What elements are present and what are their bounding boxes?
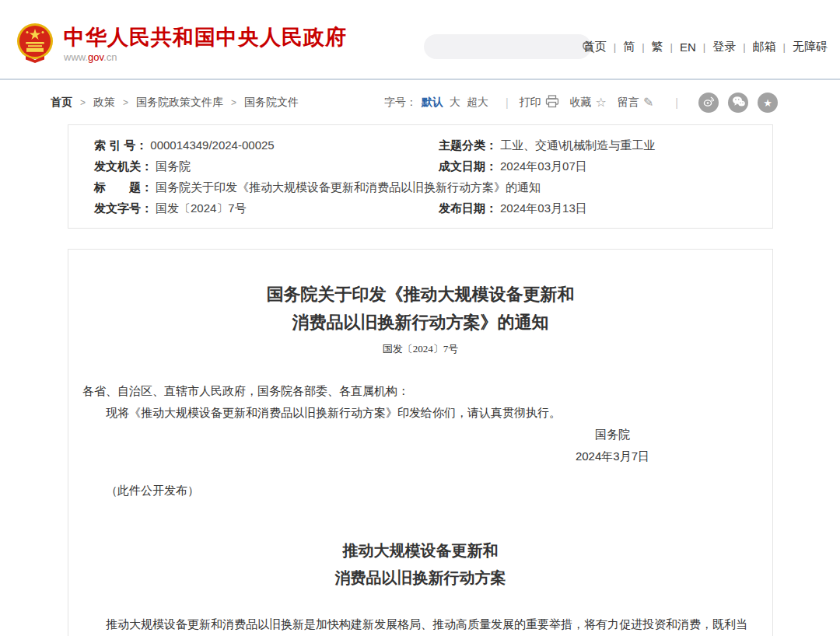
top-nav: 首页 | 简 | 繁 | EN | 登录 | 邮箱 | 无障碍	[583, 40, 828, 54]
document-title: 国务院关于印发《推动大规模设备更新和 消费品以旧换新行动方案》的通知	[68, 281, 772, 337]
tools-separator: |	[506, 96, 509, 109]
nav-link-mail[interactable]: 邮箱	[753, 40, 776, 54]
page-tools: 字号： 默认 大 超大 | 打印 收藏 ☆ 留言 ✎ |	[384, 93, 778, 113]
breadcrumb: 首页 > 政策 > 国务院政策文件库 > 国务院文件	[51, 96, 299, 110]
meta-topic-label: 主题分类：	[439, 135, 497, 156]
meta-index-value: 000014349/2024-00025	[150, 135, 274, 156]
signer: 国务院	[576, 424, 649, 446]
nav-link-login[interactable]: 登录	[712, 40, 736, 54]
star-icon: ☆	[596, 96, 607, 109]
meta-row: 发文字号： 国发〔2024〕7号 发布日期： 2024年03月13日	[68, 197, 772, 218]
national-emblem-icon	[16, 22, 54, 67]
font-size-large[interactable]: 大	[450, 96, 460, 110]
breadcrumb-policy[interactable]: 政策	[93, 96, 115, 110]
search-input[interactable]	[424, 40, 582, 53]
font-size-xlarge[interactable]: 超大	[467, 96, 488, 110]
nav-separator: |	[783, 41, 786, 53]
breadcrumb-state-council-docs[interactable]: 国务院文件	[244, 96, 299, 110]
toolbar-row: 首页 > 政策 > 国务院政策文件库 > 国务院文件 字号： 默认 大 超大 |…	[51, 92, 778, 114]
breadcrumb-home[interactable]: 首页	[51, 96, 72, 110]
star-badge-icon: ★	[763, 98, 772, 108]
breadcrumb-separator: >	[123, 97, 128, 108]
comment-label: 留言	[618, 96, 639, 110]
document-metadata-box: 索 引 号： 000014349/2024-00025 主题分类： 工业、交通\…	[68, 124, 773, 229]
share-weibo-button[interactable]	[698, 93, 719, 113]
nav-link-traditional[interactable]: 繁	[652, 40, 663, 54]
comment-button[interactable]: 留言 ✎	[618, 96, 653, 110]
site-url-suffix: .cn	[103, 51, 117, 63]
plan-title-line1: 推动大规模设备更新和	[82, 537, 758, 564]
meta-row: 发文机关： 国务院 成文日期： 2024年03月07日	[68, 156, 772, 176]
meta-row: 索 引 号： 000014349/2024-00025 主题分类： 工业、交通\…	[68, 135, 772, 156]
meta-doc-no-label: 发文字号：	[94, 197, 152, 218]
printer-icon	[541, 95, 559, 110]
wechat-icon	[732, 96, 745, 110]
document-content-box: 国务院关于印发《推动大规模设备更新和 消费品以旧换新行动方案》的通知 国发〔20…	[68, 249, 773, 636]
nav-link-english[interactable]: EN	[680, 40, 696, 54]
meta-doc-no-value: 国发〔2024〕7号	[156, 197, 247, 218]
nav-separator: |	[703, 41, 705, 53]
meta-topic-value: 工业、交通\机械制造与重工业	[500, 135, 655, 156]
print-label: 打印	[520, 96, 541, 110]
weibo-icon	[702, 95, 716, 110]
document-title-line2: 消费品以旧换新行动方案》的通知	[68, 309, 772, 337]
share-buttons: ★	[689, 93, 778, 113]
document-body: 各省、自治区、直辖市人民政府，国务院各部委、各直属机构： 现将《推动大规模设备更…	[68, 380, 772, 636]
meta-date-made-label: 成文日期：	[439, 156, 497, 176]
nav-separator: |	[614, 41, 616, 53]
site-title: 中华人民共和国中央人民政府	[64, 26, 347, 49]
breadcrumb-separator: >	[231, 97, 236, 108]
sign-date: 2024年3月7日	[576, 446, 649, 467]
meta-pub-date-label: 发布日期：	[439, 197, 497, 218]
paragraph-forward: 现将《推动大规模设备更新和消费品以旧换新行动方案》印发给你们，请认真贯彻执行。	[82, 402, 758, 424]
nav-separator: |	[670, 41, 673, 53]
site-url: www.gov.cn	[64, 51, 347, 63]
nav-separator: |	[642, 41, 644, 53]
meta-title-label: 标 题：	[94, 176, 152, 197]
meta-index-label: 索 引 号：	[94, 135, 147, 156]
font-size-label: 字号：	[384, 96, 417, 110]
paragraph-intro: 推动大规模设备更新和消费品以旧换新是加快构建新发展格局、推动高质量发展的重要举措…	[82, 612, 758, 636]
meta-org-label: 发文机关：	[94, 156, 152, 176]
plan-title: 推动大规模设备更新和 消费品以旧换新行动方案	[82, 537, 758, 592]
meta-title-value: 国务院关于印发《推动大规模设备更新和消费品以旧换新行动方案》的通知	[156, 176, 541, 197]
meta-row: 标 题： 国务院关于印发《推动大规模设备更新和消费品以旧换新行动方案》的通知	[68, 176, 772, 197]
share-wechat-button[interactable]	[728, 93, 748, 113]
site-header: 中华人民共和国中央人民政府 www.gov.cn 首页 | 简 | 繁 | EN…	[0, 0, 840, 79]
print-button[interactable]: 打印	[520, 95, 559, 110]
share-favorite-button[interactable]: ★	[758, 93, 778, 113]
nav-separator: |	[743, 41, 745, 53]
nav-link-home[interactable]: 首页	[583, 40, 607, 54]
meta-date-made-value: 2024年03月07日	[500, 156, 587, 176]
signature-block: 国务院 2024年3月7日	[576, 424, 649, 467]
meta-org-value: 国务院	[156, 156, 191, 176]
public-release-note: （此件公开发布）	[82, 480, 758, 501]
pencil-icon: ✎	[643, 96, 653, 109]
plan-title-line2: 消费品以旧换新行动方案	[82, 564, 758, 592]
font-size-default[interactable]: 默认	[422, 96, 443, 110]
favorite-button[interactable]: 收藏 ☆	[570, 96, 607, 110]
nav-link-simplified[interactable]: 简	[623, 40, 635, 54]
favorite-label: 收藏	[570, 96, 592, 110]
site-url-gov: gov	[88, 51, 103, 63]
document-number: 国发〔2024〕7号	[68, 342, 772, 356]
header-divider	[0, 79, 840, 80]
breadcrumb-separator: >	[80, 97, 86, 108]
site-logo[interactable]: 中华人民共和国中央人民政府 www.gov.cn	[16, 22, 347, 67]
tools-separator: |	[675, 96, 678, 109]
meta-pub-date-value: 2024年03月13日	[500, 197, 587, 218]
search-box	[424, 34, 591, 59]
nav-link-accessibility[interactable]: 无障碍	[793, 40, 828, 54]
salutation: 各省、自治区、直辖市人民政府，国务院各部委、各直属机构：	[82, 380, 758, 402]
breadcrumb-policy-library[interactable]: 国务院政策文件库	[136, 96, 223, 110]
site-url-prefix: www.	[64, 51, 88, 63]
document-title-line1: 国务院关于印发《推动大规模设备更新和	[68, 281, 772, 309]
